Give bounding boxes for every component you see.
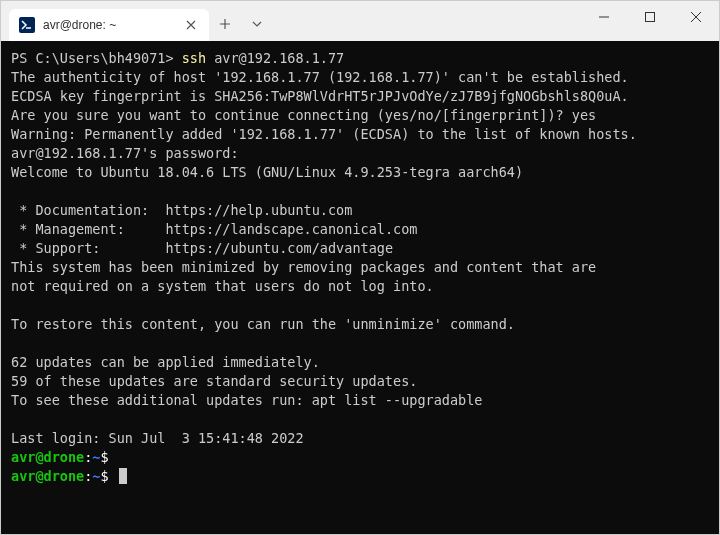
updates-line-2: 59 of these updates are standard securit… [11, 373, 417, 389]
powershell-icon [19, 17, 35, 33]
auth-line-1: The authenticity of host '192.168.1.77 (… [11, 69, 629, 85]
close-tab-button[interactable] [183, 17, 199, 33]
cursor [119, 468, 127, 484]
prompt-dollar-2: $ [100, 468, 108, 484]
warning-line: Warning: Permanently added '192.168.1.77… [11, 126, 637, 142]
auth-line-3: Are you sure you want to continue connec… [11, 107, 596, 123]
minimize-button[interactable] [581, 1, 627, 33]
updates-line-3: To see these additional updates run: apt… [11, 392, 482, 408]
new-tab-button[interactable] [209, 8, 241, 40]
tab-title: avr@drone: ~ [43, 18, 175, 32]
close-window-button[interactable] [673, 1, 719, 33]
restore-line: To restore this content, you can run the… [11, 316, 515, 332]
window-controls [581, 1, 719, 41]
prompt-user: avr@drone [11, 449, 84, 465]
svg-rect-1 [646, 13, 655, 22]
terminal-tab[interactable]: avr@drone: ~ [9, 9, 209, 41]
tab-dropdown-button[interactable] [241, 8, 273, 40]
updates-line-1: 62 updates can be applied immediately. [11, 354, 320, 370]
support-line: * Support: https://ubuntu.com/advantage [11, 240, 393, 256]
minimized-line-2: not required on a system that users do n… [11, 278, 434, 294]
welcome-line: Welcome to Ubuntu 18.04.6 LTS (GNU/Linux… [11, 164, 523, 180]
maximize-button[interactable] [627, 1, 673, 33]
window-titlebar: avr@drone: ~ [1, 1, 719, 41]
password-prompt: avr@192.168.1.77's password: [11, 145, 239, 161]
ssh-arg: avr@192.168.1.77 [214, 50, 344, 66]
last-login-line: Last login: Sun Jul 3 15:41:48 2022 [11, 430, 304, 446]
tabs-area: avr@drone: ~ [1, 1, 273, 41]
minimized-line-1: This system has been minimized by removi… [11, 259, 596, 275]
prompt-user-2: avr@drone [11, 468, 84, 484]
terminal-content[interactable]: PS C:\Users\bh49071> ssh avr@192.168.1.7… [1, 41, 719, 534]
ssh-command: ssh [182, 50, 215, 66]
ps-prompt: PS C:\Users\bh49071> [11, 50, 182, 66]
prompt-dollar: $ [100, 449, 108, 465]
documentation-line: * Documentation: https://help.ubuntu.com [11, 202, 352, 218]
auth-line-2: ECDSA key fingerprint is SHA256:TwP8WlVd… [11, 88, 629, 104]
management-line: * Management: https://landscape.canonica… [11, 221, 417, 237]
